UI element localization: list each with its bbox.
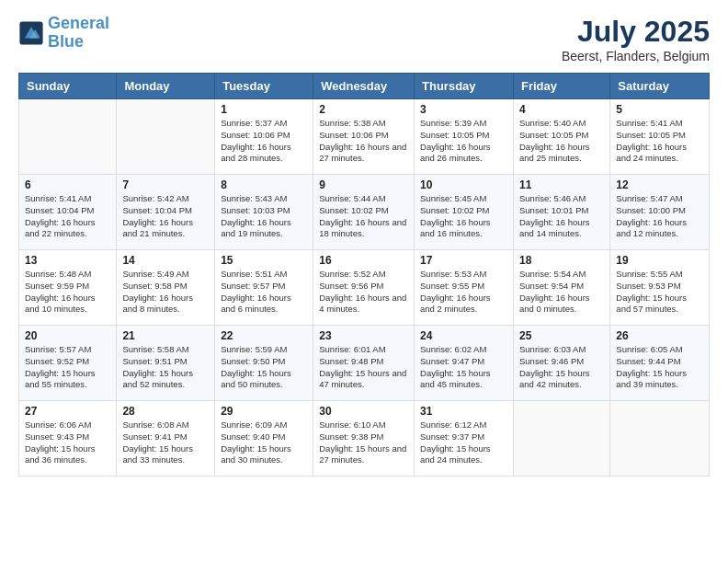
table-row	[19, 99, 117, 175]
day-number: 21	[122, 329, 209, 342]
table-row: 9Sunrise: 5:44 AM Sunset: 10:02 PM Dayli…	[313, 175, 415, 250]
day-number: 17	[420, 254, 507, 267]
day-number: 11	[519, 178, 604, 191]
table-row	[117, 99, 215, 175]
calendar-table: Sunday Monday Tuesday Wednesday Thursday…	[18, 73, 710, 477]
day-number: 12	[616, 178, 703, 191]
day-number: 30	[319, 405, 408, 418]
col-saturday: Saturday	[610, 74, 710, 99]
title-block: July 2025 Beerst, Flanders, Belgium	[562, 15, 710, 63]
table-row: 19Sunrise: 5:55 AM Sunset: 9:53 PM Dayli…	[610, 250, 710, 326]
day-info: Sunrise: 6:01 AM Sunset: 9:48 PM Dayligh…	[319, 344, 408, 391]
day-info: Sunrise: 6:12 AM Sunset: 9:37 PM Dayligh…	[420, 419, 507, 466]
table-row: 24Sunrise: 6:02 AM Sunset: 9:47 PM Dayli…	[415, 326, 514, 401]
table-row	[610, 401, 710, 477]
day-info: Sunrise: 5:41 AM Sunset: 10:04 PM Daylig…	[25, 193, 110, 240]
table-row: 4Sunrise: 5:40 AM Sunset: 10:05 PM Dayli…	[513, 99, 609, 175]
day-number: 16	[319, 254, 408, 267]
day-number: 1	[221, 103, 307, 116]
logo: General Blue	[18, 15, 109, 52]
table-row	[513, 401, 609, 477]
table-row: 28Sunrise: 6:08 AM Sunset: 9:41 PM Dayli…	[117, 401, 215, 477]
col-sunday: Sunday	[19, 74, 117, 99]
table-row: 2Sunrise: 5:38 AM Sunset: 10:06 PM Dayli…	[313, 99, 415, 175]
day-info: Sunrise: 5:47 AM Sunset: 10:00 PM Daylig…	[616, 193, 703, 240]
day-number: 8	[221, 178, 307, 191]
location: Beerst, Flanders, Belgium	[562, 49, 710, 63]
day-number: 23	[319, 329, 408, 342]
table-row: 10Sunrise: 5:45 AM Sunset: 10:02 PM Dayl…	[415, 175, 514, 250]
day-info: Sunrise: 5:45 AM Sunset: 10:02 PM Daylig…	[420, 193, 507, 240]
day-number: 20	[25, 329, 110, 342]
day-info: Sunrise: 6:02 AM Sunset: 9:47 PM Dayligh…	[420, 344, 507, 391]
day-number: 15	[221, 254, 307, 267]
calendar-week-row: 1Sunrise: 5:37 AM Sunset: 10:06 PM Dayli…	[19, 99, 710, 175]
day-number: 27	[25, 405, 110, 418]
col-wednesday: Wednesday	[313, 74, 415, 99]
table-row: 15Sunrise: 5:51 AM Sunset: 9:57 PM Dayli…	[215, 250, 313, 326]
table-row: 29Sunrise: 6:09 AM Sunset: 9:40 PM Dayli…	[215, 401, 313, 477]
table-row: 17Sunrise: 5:53 AM Sunset: 9:55 PM Dayli…	[415, 250, 514, 326]
table-row: 5Sunrise: 5:41 AM Sunset: 10:05 PM Dayli…	[610, 99, 710, 175]
col-thursday: Thursday	[415, 74, 514, 99]
day-number: 24	[420, 329, 507, 342]
day-number: 19	[616, 254, 703, 267]
table-row: 6Sunrise: 5:41 AM Sunset: 10:04 PM Dayli…	[19, 175, 117, 250]
day-info: Sunrise: 5:59 AM Sunset: 9:50 PM Dayligh…	[221, 344, 307, 391]
table-row: 25Sunrise: 6:03 AM Sunset: 9:46 PM Dayli…	[513, 326, 609, 401]
day-number: 26	[616, 329, 703, 342]
table-row: 22Sunrise: 5:59 AM Sunset: 9:50 PM Dayli…	[215, 326, 313, 401]
table-row: 21Sunrise: 5:58 AM Sunset: 9:51 PM Dayli…	[117, 326, 215, 401]
table-row: 31Sunrise: 6:12 AM Sunset: 9:37 PM Dayli…	[415, 401, 514, 477]
calendar-week-row: 6Sunrise: 5:41 AM Sunset: 10:04 PM Dayli…	[19, 175, 710, 250]
table-row: 26Sunrise: 6:05 AM Sunset: 9:44 PM Dayli…	[610, 326, 710, 401]
day-info: Sunrise: 5:43 AM Sunset: 10:03 PM Daylig…	[221, 193, 307, 240]
header: General Blue July 2025 Beerst, Flanders,…	[18, 15, 710, 63]
day-number: 31	[420, 405, 507, 418]
table-row: 11Sunrise: 5:46 AM Sunset: 10:01 PM Dayl…	[513, 175, 609, 250]
day-number: 9	[319, 178, 408, 191]
table-row: 20Sunrise: 5:57 AM Sunset: 9:52 PM Dayli…	[19, 326, 117, 401]
table-row: 16Sunrise: 5:52 AM Sunset: 9:56 PM Dayli…	[313, 250, 415, 326]
day-info: Sunrise: 5:53 AM Sunset: 9:55 PM Dayligh…	[420, 269, 507, 316]
table-row: 14Sunrise: 5:49 AM Sunset: 9:58 PM Dayli…	[117, 250, 215, 326]
calendar-header-row: Sunday Monday Tuesday Wednesday Thursday…	[19, 74, 710, 99]
col-friday: Friday	[513, 74, 609, 99]
month-title: July 2025	[562, 15, 710, 49]
day-info: Sunrise: 5:57 AM Sunset: 9:52 PM Dayligh…	[25, 344, 110, 391]
day-info: Sunrise: 5:40 AM Sunset: 10:05 PM Daylig…	[519, 118, 604, 165]
day-info: Sunrise: 5:46 AM Sunset: 10:01 PM Daylig…	[519, 193, 604, 240]
day-number: 2	[319, 103, 408, 116]
day-info: Sunrise: 5:44 AM Sunset: 10:02 PM Daylig…	[319, 193, 408, 240]
day-info: Sunrise: 6:06 AM Sunset: 9:43 PM Dayligh…	[25, 419, 110, 466]
day-info: Sunrise: 5:54 AM Sunset: 9:54 PM Dayligh…	[519, 269, 604, 316]
table-row: 1Sunrise: 5:37 AM Sunset: 10:06 PM Dayli…	[215, 99, 313, 175]
day-number: 4	[519, 103, 604, 116]
table-row: 27Sunrise: 6:06 AM Sunset: 9:43 PM Dayli…	[19, 401, 117, 477]
day-number: 6	[25, 178, 110, 191]
table-row: 13Sunrise: 5:48 AM Sunset: 9:59 PM Dayli…	[19, 250, 117, 326]
table-row: 18Sunrise: 5:54 AM Sunset: 9:54 PM Dayli…	[513, 250, 609, 326]
day-info: Sunrise: 5:49 AM Sunset: 9:58 PM Dayligh…	[122, 269, 209, 316]
day-info: Sunrise: 6:03 AM Sunset: 9:46 PM Dayligh…	[519, 344, 604, 391]
day-info: Sunrise: 5:39 AM Sunset: 10:05 PM Daylig…	[420, 118, 507, 165]
day-number: 22	[221, 329, 307, 342]
day-info: Sunrise: 6:05 AM Sunset: 9:44 PM Dayligh…	[616, 344, 703, 391]
day-number: 18	[519, 254, 604, 267]
table-row: 23Sunrise: 6:01 AM Sunset: 9:48 PM Dayli…	[313, 326, 415, 401]
day-info: Sunrise: 5:37 AM Sunset: 10:06 PM Daylig…	[221, 118, 307, 165]
day-info: Sunrise: 5:51 AM Sunset: 9:57 PM Dayligh…	[221, 269, 307, 316]
col-tuesday: Tuesday	[215, 74, 313, 99]
table-row: 3Sunrise: 5:39 AM Sunset: 10:05 PM Dayli…	[415, 99, 514, 175]
logo-text: General Blue	[48, 15, 109, 52]
col-monday: Monday	[117, 74, 215, 99]
day-info: Sunrise: 5:48 AM Sunset: 9:59 PM Dayligh…	[25, 269, 110, 316]
calendar-week-row: 13Sunrise: 5:48 AM Sunset: 9:59 PM Dayli…	[19, 250, 710, 326]
table-row: 30Sunrise: 6:10 AM Sunset: 9:38 PM Dayli…	[313, 401, 415, 477]
day-number: 13	[25, 254, 110, 267]
day-number: 25	[519, 329, 604, 342]
calendar-week-row: 20Sunrise: 5:57 AM Sunset: 9:52 PM Dayli…	[19, 326, 710, 401]
day-number: 7	[122, 178, 209, 191]
day-info: Sunrise: 6:08 AM Sunset: 9:41 PM Dayligh…	[122, 419, 209, 466]
day-info: Sunrise: 5:58 AM Sunset: 9:51 PM Dayligh…	[122, 344, 209, 391]
